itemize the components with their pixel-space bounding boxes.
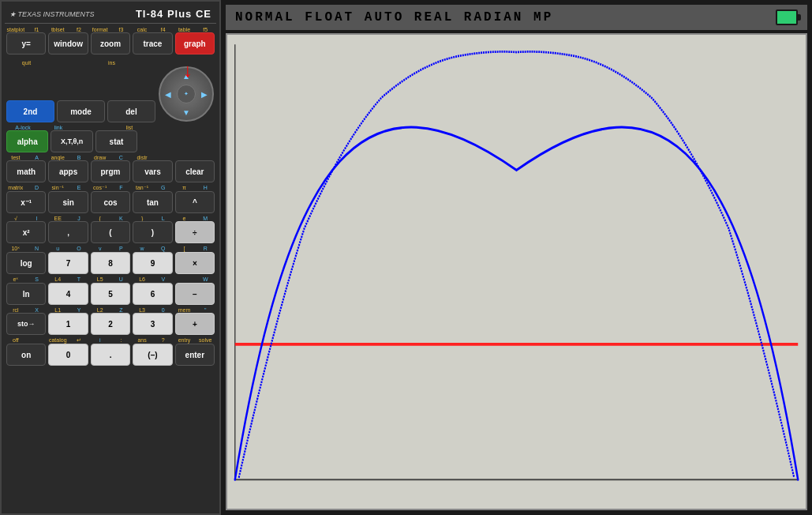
7-button[interactable]: 7	[48, 252, 88, 274]
label-draw: draw	[91, 155, 110, 160]
log-button[interactable]: log	[6, 252, 46, 274]
tan-button[interactable]: tan	[133, 191, 172, 213]
label-Z: Z	[112, 307, 131, 313]
window-button[interactable]: window	[48, 32, 88, 55]
label-w: w	[133, 246, 152, 252]
label-solve: solve	[196, 337, 215, 344]
label-lbrace: {	[91, 216, 110, 221]
dpad-left[interactable]: ◀	[162, 88, 174, 100]
zoom-button[interactable]: zoom	[91, 32, 130, 55]
5-button[interactable]: 5	[91, 283, 130, 305]
on-button[interactable]: on	[6, 344, 46, 366]
label-sin-inv: sin⁻¹	[48, 185, 67, 191]
9-button[interactable]: 9	[133, 252, 172, 274]
xt-theta-n-button[interactable]: X,T,θ,n	[51, 130, 92, 152]
label-U: U	[112, 276, 131, 283]
y-equals-button[interactable]: y=	[6, 32, 46, 55]
label-list: list	[113, 125, 146, 130]
mode-button[interactable]: mode	[57, 100, 105, 122]
trace-button[interactable]: trace	[133, 32, 172, 55]
sin-button[interactable]: sin	[48, 191, 88, 213]
graph-button[interactable]: graph	[175, 32, 215, 55]
label-G: G	[154, 185, 173, 191]
ln-button[interactable]: ln	[6, 283, 46, 305]
row6-buttons: x² , ( ) ÷	[5, 221, 216, 243]
calc-header: ★ TEXAS INSTRUMENTS TI-84 Plus CE	[5, 5, 216, 24]
label-empty3	[154, 155, 173, 160]
label-O: O	[69, 246, 88, 252]
label-format: format	[91, 27, 110, 32]
label-pi: π	[175, 185, 194, 191]
alpha-button[interactable]: alpha	[6, 130, 48, 152]
row5-buttons: x⁻¹ sin cos tan ^	[5, 191, 216, 213]
dpad-right[interactable]: ▶	[198, 88, 211, 100]
label-question: ?	[154, 337, 173, 344]
row5-labels: matrix D sin⁻¹ E cos⁻¹ F tan⁻¹ G π H	[5, 185, 216, 191]
x-inverse-button[interactable]: x⁻¹	[6, 191, 46, 213]
label-S: S	[28, 276, 47, 283]
row10-buttons: on 0 . (–) enter	[5, 344, 216, 366]
label-F: F	[112, 185, 131, 191]
prgm-button[interactable]: prgm	[91, 160, 130, 182]
x-squared-button[interactable]: x²	[6, 221, 46, 243]
label-quit: quit	[6, 60, 47, 66]
label-test: test	[6, 155, 25, 160]
label-rcl: rcl	[6, 307, 25, 313]
label-Y: Y	[69, 307, 88, 313]
sto-button[interactable]: sto→	[6, 313, 46, 335]
apps-button[interactable]: apps	[48, 160, 88, 182]
lparen-button[interactable]: (	[91, 221, 130, 243]
label-L6: L6	[133, 276, 152, 283]
enter-button[interactable]: enter	[175, 344, 215, 366]
label-L3: L3	[133, 307, 152, 313]
0-button[interactable]: 0	[48, 344, 88, 366]
label-calc: calc	[133, 27, 152, 32]
multiply-button[interactable]: ×	[175, 252, 215, 274]
label-colon: :	[112, 337, 131, 344]
dpad-down[interactable]: ▼	[180, 106, 193, 118]
svg-rect-0	[227, 35, 806, 509]
3-button[interactable]: 3	[133, 313, 172, 335]
label-sqrt: √	[6, 216, 25, 221]
status-bar: NORMAL FLOAT AUTO REAL RADIAN MP	[226, 5, 807, 30]
row7-labels: 10ˣ N u O v P w Q [ R	[5, 246, 216, 252]
vars-button[interactable]: vars	[133, 160, 172, 182]
2nd-button[interactable]: 2nd	[6, 100, 54, 122]
label-f3: f3	[112, 27, 131, 32]
label-ans: ans	[133, 337, 152, 344]
label-statplot: statplot	[6, 27, 25, 32]
rparen-button[interactable]: )	[133, 221, 172, 243]
label-empty6	[175, 276, 194, 283]
label-H: H	[196, 185, 215, 191]
label-L5: L5	[91, 276, 110, 283]
clear-button[interactable]: clear	[175, 160, 215, 182]
label-C: C	[112, 155, 131, 160]
divide-button[interactable]: ÷	[175, 221, 215, 243]
8-button[interactable]: 8	[91, 252, 130, 274]
label-i: i	[91, 337, 110, 344]
neg-button[interactable]: (–)	[133, 344, 172, 366]
2-button[interactable]: 2	[91, 313, 130, 335]
cos-button[interactable]: cos	[91, 191, 130, 213]
6-button[interactable]: 6	[133, 283, 172, 305]
plus-button[interactable]: +	[175, 313, 215, 335]
red-arrow-indicator: ↓	[183, 59, 193, 81]
del-button[interactable]: del	[107, 100, 155, 122]
row1-buttons: y= window zoom trace graph	[5, 32, 216, 55]
row1-labels: statplot f1 tblset f2 format f3 calc f4 …	[5, 27, 216, 32]
math-button[interactable]: math	[6, 160, 46, 182]
label-ex: eˣ	[6, 276, 25, 283]
label-10x: 10ˣ	[6, 246, 25, 252]
row4-buttons: math apps prgm vars clear	[5, 160, 216, 182]
label-EE: EE	[48, 216, 67, 221]
dpad-center[interactable]: ✦	[177, 85, 196, 103]
4-button[interactable]: 4	[48, 283, 88, 305]
comma-button[interactable]: ,	[48, 221, 88, 243]
row4-labels: test A angle B draw C distr	[5, 155, 216, 160]
1-button[interactable]: 1	[48, 313, 88, 335]
caret-button[interactable]: ^	[175, 191, 215, 213]
label-L4: L4	[48, 276, 67, 283]
minus-button[interactable]: −	[175, 283, 215, 305]
stat-button[interactable]: stat	[95, 130, 137, 152]
decimal-button[interactable]: .	[91, 344, 130, 366]
